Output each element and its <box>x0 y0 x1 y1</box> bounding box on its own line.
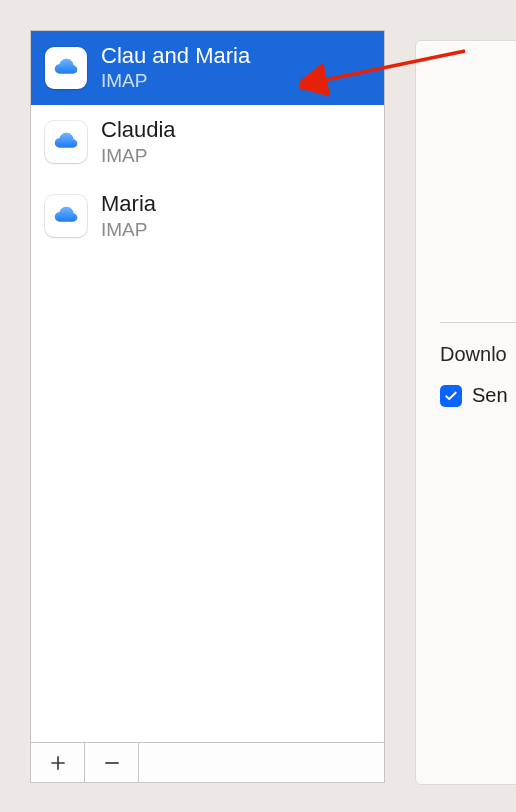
remove-account-button[interactable] <box>85 743 139 782</box>
cloud-icon <box>45 47 87 89</box>
account-item-maria[interactable]: Maria IMAP <box>31 179 384 253</box>
account-text: Maria IMAP <box>101 191 156 241</box>
plus-icon <box>48 753 68 773</box>
send-checkbox-row[interactable]: Sen <box>440 384 516 407</box>
account-type: IMAP <box>101 219 156 242</box>
account-item-clau-and-maria[interactable]: Clau and Maria IMAP <box>31 31 384 105</box>
cloud-icon <box>45 195 87 237</box>
account-item-claudia[interactable]: Claudia IMAP <box>31 105 384 179</box>
cloud-icon <box>45 121 87 163</box>
account-name: Clau and Maria <box>101 43 250 69</box>
accounts-sidebar: Clau and Maria IMAP Claudia IM <box>30 30 385 783</box>
details-top-area <box>440 67 516 322</box>
account-text: Clau and Maria IMAP <box>101 43 250 93</box>
account-text: Claudia IMAP <box>101 117 176 167</box>
account-name: Claudia <box>101 117 176 143</box>
send-checkbox-label: Sen <box>472 384 508 407</box>
minus-icon <box>102 753 122 773</box>
check-icon <box>443 388 459 404</box>
sidebar-toolbar <box>31 742 384 782</box>
account-list: Clau and Maria IMAP Claudia IM <box>31 31 384 742</box>
add-account-button[interactable] <box>31 743 85 782</box>
divider <box>440 322 516 323</box>
toolbar-spacer <box>139 743 384 782</box>
account-type: IMAP <box>101 145 176 168</box>
account-type: IMAP <box>101 70 250 93</box>
details-panel: Downlo Sen <box>415 40 516 785</box>
account-name: Maria <box>101 191 156 217</box>
send-checkbox[interactable] <box>440 385 462 407</box>
download-label: Downlo <box>440 343 516 366</box>
